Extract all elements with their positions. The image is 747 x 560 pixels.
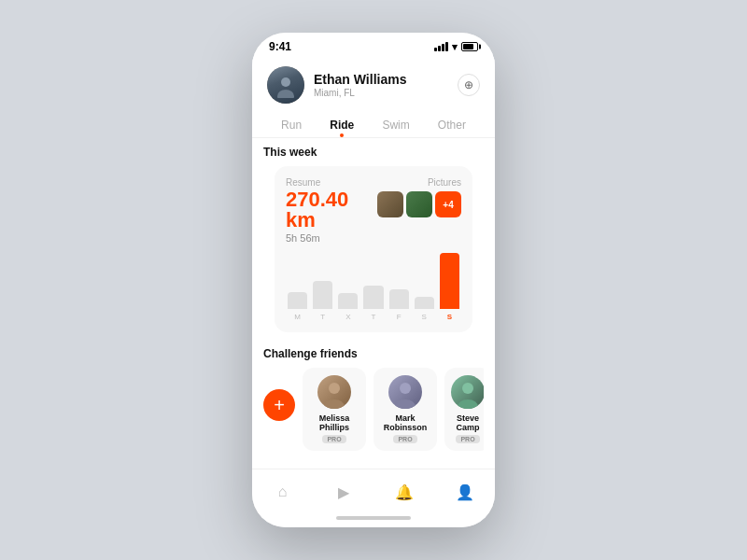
friend-name-1: MarkRobinsson <box>384 413 428 432</box>
resume-km: 270.40 km <box>286 189 377 231</box>
stats-card: Resume 270.40 km 5h 56m Pictures +4 <box>275 166 472 332</box>
resume-block: Resume 270.40 km 5h 56m <box>286 177 377 244</box>
tab-run[interactable]: Run <box>275 117 307 133</box>
person-icon: 👤 <box>456 483 474 501</box>
bottom-navigation: ⌂ ▶ 🔔 👤 <box>252 469 495 512</box>
chart-label-T: T <box>313 313 332 321</box>
battery-icon <box>461 42 478 51</box>
svg-point-6 <box>462 383 473 394</box>
avatar-image <box>273 72 299 98</box>
friend-badge-2: PRO <box>456 435 479 443</box>
friend-card-1[interactable]: MarkRobinsson PRO <box>374 368 437 451</box>
nav-notifications[interactable]: 🔔 <box>388 479 421 505</box>
signal-icon <box>434 42 448 51</box>
tab-swim[interactable]: Swim <box>376 117 415 133</box>
this-week-title: This week <box>263 146 484 159</box>
home-indicator <box>252 512 495 527</box>
chart-bar-1 <box>313 281 332 309</box>
status-time: 9:41 <box>269 40 291 53</box>
pictures-block: Pictures +4 <box>377 177 461 217</box>
challenge-friends-section: Challenge friends + MelissaPhillips PRO <box>252 340 495 458</box>
chart-bars <box>286 253 461 309</box>
profile-name: Ethan Williams <box>314 72 406 87</box>
profile-header: Ethan Williams Miami, FL ⊕ <box>252 57 495 111</box>
activity-tabs: Run Ride Swim Other <box>252 111 495 138</box>
chart-label-M: M <box>288 313 307 321</box>
add-friend-button[interactable]: + <box>263 368 295 442</box>
avatar <box>267 66 304 104</box>
friend-avatar-2 <box>451 375 484 409</box>
home-icon: ⌂ <box>278 483 288 500</box>
picture-thumb-2[interactable] <box>406 191 432 217</box>
chart-bar-6 <box>440 253 459 309</box>
pictures-label: Pictures <box>428 177 461 188</box>
friend-avatar-0 <box>317 375 351 409</box>
chart-bar-2 <box>338 293 358 309</box>
chart-label-X: X <box>338 313 358 321</box>
status-bar: 9:41 ▾ <box>252 33 495 57</box>
wifi-icon: ▾ <box>452 41 458 53</box>
friend-card-2[interactable]: SteveCamp PRO <box>444 368 484 451</box>
resume-label: Resume <box>286 177 377 188</box>
profile-location: Miami, FL <box>314 88 406 98</box>
nav-profile[interactable]: 👤 <box>448 479 482 505</box>
active-tab-indicator <box>340 133 344 137</box>
status-icons: ▾ <box>434 41 478 53</box>
tab-other[interactable]: Other <box>432 117 472 133</box>
friend-name-0: MelissaPhillips <box>319 413 350 432</box>
svg-point-5 <box>395 399 416 409</box>
svg-point-7 <box>458 399 478 409</box>
chart-label-F: F <box>389 313 409 321</box>
chart-label-T2: T <box>363 313 383 321</box>
chart-label-S: S <box>415 313 434 321</box>
phone-container: 9:41 ▾ <box>252 33 495 527</box>
chart-bar-5 <box>415 297 434 309</box>
pictures-more[interactable]: +4 <box>435 191 461 217</box>
challenge-friends-title: Challenge friends <box>263 347 484 360</box>
main-content: Ethan Williams Miami, FL ⊕ Run Ride Swim… <box>252 57 495 469</box>
add-circle-icon: + <box>263 389 295 421</box>
this-week-section: This week Resume 270.40 km 5h 56m Pictur… <box>252 138 495 332</box>
svg-point-4 <box>400 383 411 394</box>
bell-icon: 🔔 <box>395 483 414 501</box>
svg-point-1 <box>277 90 294 98</box>
friend-card-0[interactable]: MelissaPhillips PRO <box>303 368 366 451</box>
friend-avatar-1 <box>388 375 422 409</box>
chart-bar-4 <box>389 289 409 309</box>
tab-ride[interactable]: Ride <box>324 117 359 133</box>
chart-bar-0 <box>288 292 307 309</box>
friend-name-2: SteveCamp <box>456 413 479 432</box>
resume-time: 5h 56m <box>286 232 377 244</box>
friend-badge-0: PRO <box>322 435 345 443</box>
svg-point-3 <box>324 399 345 409</box>
nav-play[interactable]: ▶ <box>327 479 360 505</box>
weekly-chart: M T X T F S S <box>286 253 461 321</box>
friend-badge-1: PRO <box>393 435 416 443</box>
svg-point-2 <box>329 383 340 394</box>
svg-point-0 <box>281 77 290 87</box>
chart-bar-3 <box>363 286 383 309</box>
play-icon: ▶ <box>338 483 349 501</box>
picture-thumb-1[interactable] <box>377 191 403 217</box>
chart-labels: M T X T F S S <box>286 309 461 321</box>
nav-home[interactable]: ⌂ <box>266 479 300 505</box>
settings-button[interactable]: ⊕ <box>458 74 480 96</box>
friends-list: + MelissaPhillips PRO <box>263 368 484 451</box>
settings-icon: ⊕ <box>464 78 473 91</box>
chart-label-S2: S <box>440 313 459 321</box>
